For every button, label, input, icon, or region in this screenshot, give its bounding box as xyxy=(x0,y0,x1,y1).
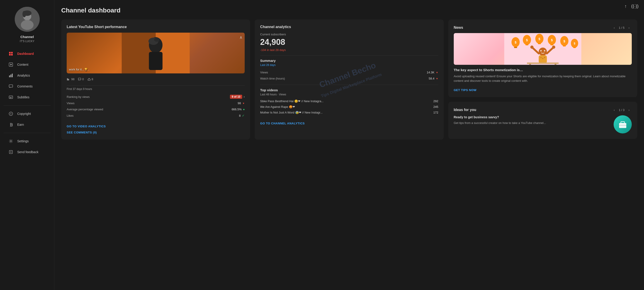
views-count: 98 xyxy=(71,77,74,81)
svg-rect-28 xyxy=(149,52,162,70)
svg-text:$: $ xyxy=(538,37,540,41)
sidebar-item-label: Analytics xyxy=(17,74,30,77)
top-videos-period: Last 48 hours · Views xyxy=(260,93,438,96)
svg-rect-5 xyxy=(9,52,11,53)
views-row: Views 98 ▼ xyxy=(67,100,245,106)
sidebar-item-label: Settings xyxy=(17,139,29,143)
likes-number: 8 xyxy=(239,114,240,117)
svg-rect-69 xyxy=(554,64,556,65)
subscribers-label: Current subscribers xyxy=(260,33,438,36)
news-article-desc: Avoid uploading reused content! Ensure y… xyxy=(454,74,632,83)
analytics-link-container: GO TO CHANNEL ANALYTICS xyxy=(260,119,438,125)
likes-row: Likes 8 ✓ xyxy=(67,112,245,119)
sidebar-item-content[interactable]: Content xyxy=(2,59,52,70)
sidebar-item-comments[interactable]: Comments xyxy=(2,81,52,92)
avg-pct-number: 666.5% xyxy=(232,108,242,111)
svg-point-60 xyxy=(552,45,555,49)
short-thumbnail: work for it...🏆.. ∧ xyxy=(67,33,245,73)
svg-text:$: $ xyxy=(514,40,516,44)
ideas-prev-button[interactable]: ‹ xyxy=(612,107,617,113)
news-get-tips-link[interactable]: GET TIPS NOW xyxy=(454,88,477,92)
news-header: News ‹ 1 / 5 › xyxy=(454,25,632,30)
briefcase-icon xyxy=(618,119,628,129)
likes-label: Likes xyxy=(67,114,74,117)
sidebar-item-label: Earn xyxy=(17,123,24,126)
ideas-next-button[interactable]: › xyxy=(626,107,632,113)
top-video-1: Sbke Pass Bestfriend Hai 😊❤ // New Insta… xyxy=(260,98,438,104)
news-next-button[interactable]: › xyxy=(626,25,632,30)
nav-list: Dashboard Content Analytics xyxy=(0,48,54,157)
sidebar-item-feedback[interactable]: Send feedback xyxy=(2,147,52,157)
ideas-pagination: ‹ 1 / 3 › xyxy=(612,107,632,113)
ranking-value: 9 of 10 › xyxy=(230,95,245,99)
ideas-text: Ready to get business savvy? Get tips fr… xyxy=(454,115,610,125)
svg-rect-31 xyxy=(67,78,68,80)
upload-icon[interactable]: ↑ xyxy=(624,4,627,9)
analytics-views-trend: ▼ xyxy=(436,71,438,74)
likes-value-row: 8 ✓ xyxy=(239,114,245,117)
copyright-icon: © xyxy=(8,111,14,116)
go-to-channel-analytics-link[interactable]: GO TO CHANNEL ANALYTICS xyxy=(260,122,304,125)
avatar-image xyxy=(15,7,40,32)
news-pagination: ‹ 1 / 5 › xyxy=(612,25,632,30)
see-comments-link-container: SEE COMMENTS (0) xyxy=(67,128,245,134)
sidebar-item-label: Content xyxy=(17,63,28,66)
sidebar-item-dashboard[interactable]: Dashboard xyxy=(2,48,52,59)
sidebar-item-copyright[interactable]: © Copyright xyxy=(2,108,52,119)
ranking-row: Ranking by views 9 of 10 › xyxy=(67,93,245,100)
svg-point-66 xyxy=(544,50,545,51)
svg-point-59 xyxy=(530,45,533,49)
sidebar-item-subtitles[interactable]: Subtitles xyxy=(2,92,52,103)
svg-rect-42 xyxy=(526,44,528,45)
video-3-title: Mother Is Not Just A Word 😰❤ // New Inst… xyxy=(260,111,324,114)
svg-rect-39 xyxy=(514,47,517,48)
ideas-card: Ideas for you ‹ 1 / 3 › Ready to get bus… xyxy=(448,102,637,139)
watch-time-trend: ▼ xyxy=(436,77,438,80)
svg-marker-10 xyxy=(10,64,12,65)
summary-title: Summary xyxy=(260,59,438,62)
sidebar-item-label: Copyright xyxy=(17,112,31,116)
likes-count: 8 xyxy=(92,77,93,81)
video-3-views: 172 xyxy=(433,111,438,114)
svg-rect-33 xyxy=(68,79,69,80)
svg-rect-12 xyxy=(10,74,11,77)
svg-rect-61 xyxy=(538,55,547,63)
svg-rect-45 xyxy=(538,43,540,44)
watch-time-value: 58.4 ▼ xyxy=(428,77,438,80)
analytics-divider-2 xyxy=(260,85,438,85)
ranking-arrow: › xyxy=(244,95,245,99)
sidebar-item-earn[interactable]: Earn xyxy=(2,119,52,130)
comments-stat: 0 xyxy=(78,77,84,81)
news-page-indicator: 1 / 5 xyxy=(619,26,624,29)
svg-rect-14 xyxy=(9,85,13,87)
analytics-views-value: 14.3K ▼ xyxy=(427,71,438,74)
live-icon[interactable]: ((·)) xyxy=(631,4,638,9)
ideas-title: Ideas for you xyxy=(454,108,476,112)
ranking-badge: 9 of 10 xyxy=(230,95,242,99)
svg-rect-8 xyxy=(11,54,13,55)
sidebar-item-analytics[interactable]: Analytics xyxy=(2,70,52,81)
page-title: Channel dashboard xyxy=(61,7,637,14)
news-card: News ‹ 1 / 5 › xyxy=(448,19,637,97)
svg-rect-7 xyxy=(9,54,11,55)
views-stat: 98 xyxy=(67,77,74,81)
svg-rect-13 xyxy=(12,74,13,77)
ranking-label: Ranking by views xyxy=(67,95,90,99)
sidebar-item-settings[interactable]: Settings xyxy=(2,136,52,147)
top-video-2: We Are Against Rape 😡❤ 245 xyxy=(260,104,438,110)
collapse-icon: ∧ xyxy=(240,35,242,40)
analytics-title: Channel analytics xyxy=(260,25,438,29)
see-comments-link[interactable]: SEE COMMENTS (0) xyxy=(67,131,97,134)
watch-time-number: 58.4 xyxy=(428,77,434,80)
svg-text:$: $ xyxy=(526,38,528,42)
header-icons: ↑ ((·)) xyxy=(624,4,638,9)
watch-time-label: Watch time (hours) xyxy=(260,77,285,80)
settings-icon xyxy=(8,138,14,144)
news-prev-button[interactable]: ‹ xyxy=(612,25,617,30)
subtitles-icon xyxy=(8,94,14,100)
avatar xyxy=(15,7,40,32)
go-to-video-analytics-link[interactable]: GO TO VIDEO ANALYTICS xyxy=(67,125,106,128)
svg-text:©: © xyxy=(10,113,12,115)
watch-time-row: Watch time (hours) 58.4 ▼ xyxy=(260,75,438,82)
dollar-icon xyxy=(8,122,14,127)
